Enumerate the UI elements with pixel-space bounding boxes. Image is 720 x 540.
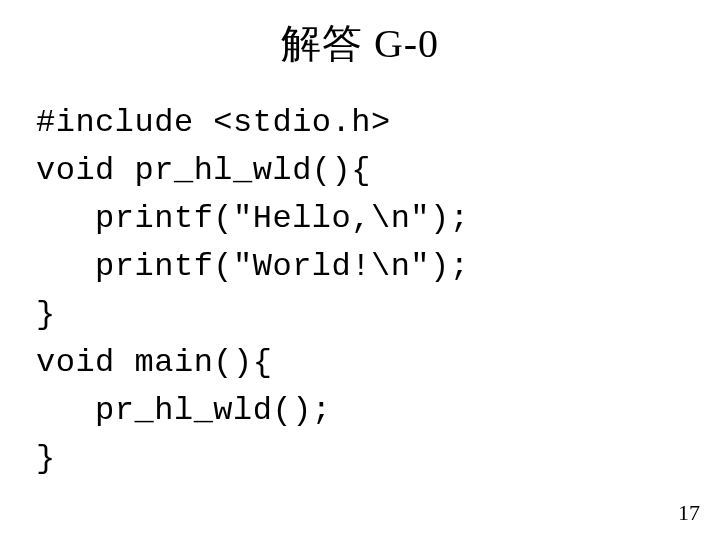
code-line: void pr_hl_wld(){ bbox=[36, 152, 371, 189]
slide-title: 解答 G-0 bbox=[36, 16, 684, 71]
code-line: printf("World!\n"); bbox=[36, 248, 469, 285]
code-line: printf("Hello,\n"); bbox=[36, 200, 469, 237]
code-line: } bbox=[36, 440, 56, 477]
code-line: pr_hl_wld(); bbox=[36, 392, 332, 429]
code-block: #include <stdio.h> void pr_hl_wld(){ pri… bbox=[36, 99, 684, 483]
page-number: 17 bbox=[678, 500, 700, 526]
code-line: } bbox=[36, 296, 56, 333]
code-line: void main(){ bbox=[36, 344, 272, 381]
slide-container: 解答 G-0 #include <stdio.h> void pr_hl_wld… bbox=[0, 0, 720, 540]
code-line: #include <stdio.h> bbox=[36, 104, 391, 141]
